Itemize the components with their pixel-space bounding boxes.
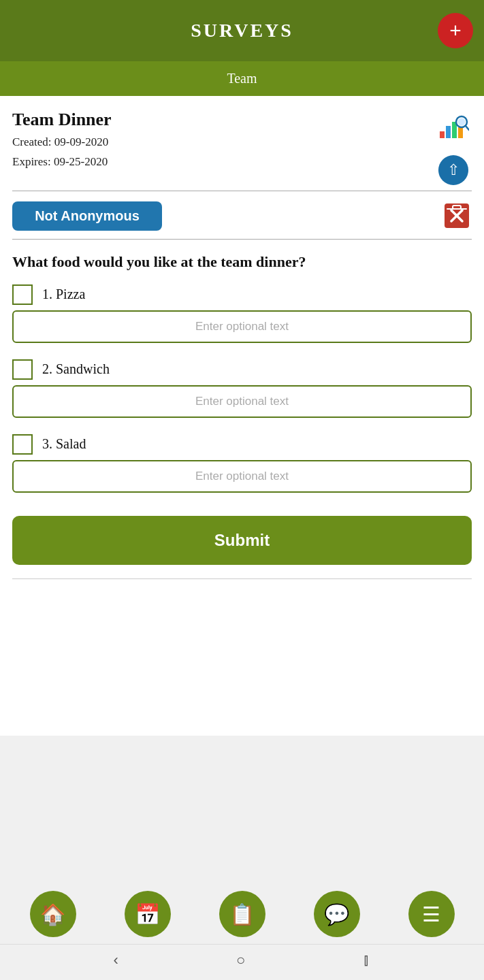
expires-date: Expires: 09-25-2020 [12, 152, 112, 172]
system-recent-button[interactable]: ⫿ [363, 951, 370, 969]
optional-text-sandwich[interactable] [12, 385, 472, 418]
option-row-sandwich: 2. Sandwich [12, 359, 472, 380]
option-group-pizza: 1. Pizza [12, 284, 472, 353]
svg-point-6 [458, 118, 466, 126]
nav-clipboard-button[interactable]: 📋 [219, 891, 265, 937]
option-label-salad: 3. Salad [42, 436, 86, 452]
anonymous-toggle[interactable]: Not Anonymous [12, 201, 162, 231]
created-date: Created: 09-09-2020 [12, 133, 112, 152]
checkbox-sandwich[interactable] [12, 359, 33, 380]
option-row-pizza: 1. Pizza [12, 284, 472, 305]
menu-icon: ☰ [422, 902, 440, 926]
app-header: SURVEYS + [0, 0, 484, 61]
spacer [0, 736, 484, 881]
svg-rect-0 [440, 131, 445, 138]
system-nav: ‹ ○ ⫿ [0, 944, 484, 980]
option-label-pizza: 1. Pizza [42, 287, 85, 302]
bottom-nav: 🏠 📅 📋 💬 ☰ [0, 881, 484, 944]
main-content: Team Dinner Created: 09-09-2020 Expires:… [0, 96, 484, 736]
add-button[interactable]: + [438, 13, 473, 48]
nav-calendar-button[interactable]: 📅 [125, 891, 171, 937]
svg-rect-1 [446, 126, 451, 138]
optional-text-salad[interactable] [12, 460, 472, 493]
survey-question: What food would you like at the team din… [12, 252, 472, 272]
nav-home-button[interactable]: 🏠 [30, 891, 76, 937]
divider-2 [12, 239, 472, 240]
anonymous-row: Not Anonymous [12, 201, 472, 231]
survey-title-block: Team Dinner Created: 09-09-2020 Expires:… [12, 110, 112, 183]
system-back-button[interactable]: ‹ [114, 951, 118, 969]
tab-bar: Team [0, 61, 484, 96]
svg-rect-3 [458, 127, 463, 138]
checkbox-salad[interactable] [12, 434, 33, 455]
divider-1 [12, 191, 472, 191]
home-icon: 🏠 [40, 902, 65, 926]
nav-menu-button[interactable]: ☰ [408, 891, 455, 937]
app-title: SURVEYS [191, 20, 293, 42]
team-tab[interactable]: Team [227, 71, 257, 86]
optional-text-pizza[interactable] [12, 310, 472, 343]
nav-chat-button[interactable]: 💬 [314, 891, 360, 937]
delete-button[interactable] [442, 201, 472, 231]
option-row-salad: 3. Salad [12, 434, 472, 455]
calendar-icon: 📅 [135, 902, 160, 926]
chevron-up-icon: ⇧ [447, 161, 459, 179]
clipboard-icon: 📋 [229, 902, 255, 926]
collapse-button[interactable]: ⇧ [438, 155, 468, 185]
analytics-button[interactable] [435, 110, 472, 148]
survey-title: Team Dinner [12, 110, 112, 130]
option-group-salad: 3. Salad [12, 434, 472, 502]
survey-meta: Created: 09-09-2020 Expires: 09-25-2020 [12, 133, 112, 172]
system-home-button[interactable]: ○ [236, 951, 245, 969]
submit-button[interactable]: Submit [12, 516, 472, 565]
survey-header: Team Dinner Created: 09-09-2020 Expires:… [12, 110, 472, 185]
header-icons: ⇧ [435, 110, 472, 185]
bottom-divider [12, 578, 472, 579]
chat-icon: 💬 [324, 902, 349, 926]
svg-line-5 [466, 126, 469, 130]
checkbox-pizza[interactable] [12, 284, 33, 305]
option-label-sandwich: 2. Sandwich [42, 361, 110, 377]
option-group-sandwich: 2. Sandwich [12, 359, 472, 427]
